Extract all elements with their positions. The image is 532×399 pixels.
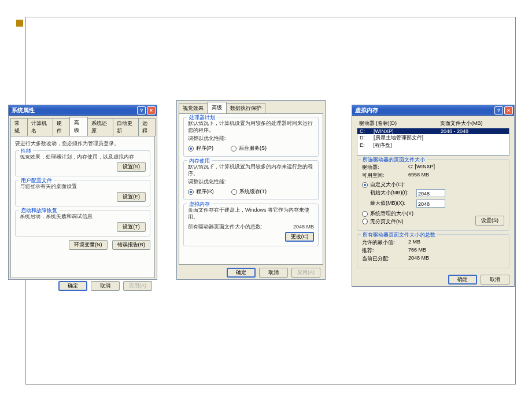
tab-dep[interactable]: 数据执行保护: [226, 103, 265, 113]
radio-custom-size[interactable]: 自定义大小(C):: [362, 181, 405, 189]
performance-group: 性能 视觉效果，处理器计划，内存使用，以及虚拟内存 设置(S): [15, 150, 150, 177]
tab-remote[interactable]: 远程: [138, 118, 156, 136]
ok-button[interactable]: 确定: [227, 268, 256, 278]
cell-drive: C: [WINXP]: [360, 128, 441, 134]
tab-general[interactable]: 常规: [10, 118, 28, 136]
group-title: 性能: [19, 147, 33, 155]
help-button[interactable]: ?: [494, 106, 503, 114]
apply-button[interactable]: 应用(A): [123, 281, 152, 291]
tabs: 常规 计算机名 硬件 高级 系统还原 自动更新 远程: [9, 116, 157, 136]
performance-options-dialog: 视觉效果 高级 数据执行保护 处理器计划 默认情况下，计算机设置为用较多的处理器…: [176, 100, 326, 280]
tab-hardware[interactable]: 硬件: [53, 118, 70, 136]
error-report-button[interactable]: 错误报告(R): [112, 240, 151, 250]
startup-settings-button[interactable]: 设置(T): [117, 222, 146, 232]
tab-body: 处理器计划 默认情况下，计算机设置为用较多的处理器时间来运行您的程序。 调整以优…: [179, 113, 323, 265]
vm-desc: 页面文件存在于硬盘上，Windows 将它作为内存来使用。: [188, 207, 314, 220]
group-title: 用户配置文件: [19, 177, 54, 184]
tabs: 视觉效果 高级 数据执行保护: [177, 101, 325, 113]
group-title: 虚拟内存: [187, 201, 212, 208]
ok-button[interactable]: 确定: [448, 275, 477, 285]
tab-body: 要进行大多数改动，您必须作为管理员登录。 性能 视觉效果，处理器计划，内存使用，…: [10, 136, 155, 278]
tab-system-restore[interactable]: 系统还原: [87, 118, 113, 136]
group-title: 处理器计划: [187, 114, 217, 121]
cancel-button[interactable]: 取消: [481, 275, 509, 285]
cur-value: 2048 MB: [408, 255, 429, 263]
close-button[interactable]: ×: [504, 106, 513, 114]
max-size-input[interactable]: 2048: [416, 200, 445, 208]
ok-button[interactable]: 确定: [58, 281, 87, 291]
radio-system-managed[interactable]: 系统管理的大小(Y): [362, 210, 413, 217]
perf-desc: 视觉效果，处理器计划，内存使用，以及虚拟内存: [20, 154, 146, 161]
label: 后台服务(S): [239, 145, 267, 152]
label: 系统管理的大小(Y): [370, 210, 413, 217]
help-button[interactable]: ?: [137, 106, 146, 114]
change-button[interactable]: 更改(C): [285, 232, 314, 242]
selected-drive-group: 所选驱动器的页面文件大小 驱动器:C: [WINXP] 可用空间:6958 MB…: [357, 159, 509, 231]
bullet-marker: [16, 20, 23, 27]
col-pagefile: 页面文件大小(MB): [440, 120, 507, 127]
env-vars-button[interactable]: 环境变量(N): [69, 240, 108, 250]
dialog-body: 驱动器 [卷标](D) 页面文件大小(MB) C: [WINXP] 2048 -…: [352, 116, 514, 272]
sched-desc: 默认情况下，计算机设置为用较多的处理器时间来运行您的程序。: [188, 120, 314, 134]
startup-group: 启动和故障恢复 系统启动，系统失败和调试信息 设置(T): [15, 210, 150, 237]
sched-adjust: 调整以优化性能:: [188, 135, 314, 142]
profile-settings-button[interactable]: 设置(E): [117, 192, 146, 202]
rec-value: 766 MB: [408, 247, 426, 254]
cancel-button[interactable]: 取消: [259, 268, 288, 278]
dialog-buttons: 确定 取消 应用(A): [177, 265, 325, 280]
apply-button[interactable]: 应用(A): [291, 268, 320, 278]
radio-background[interactable]: 后台服务(S): [231, 145, 267, 152]
col-drive: 驱动器 [卷标](D): [359, 120, 440, 127]
cur-label: 当前已分配:: [362, 255, 408, 263]
cell-size: [441, 142, 507, 149]
list-item[interactable]: E: [程序盘]: [357, 142, 509, 149]
cell-size: [441, 134, 507, 142]
radio-syscache[interactable]: 系统缓存(T): [231, 188, 267, 195]
free-label: 可用空间:: [362, 172, 408, 179]
dialog-buttons: 确定 取消: [352, 272, 514, 287]
set-button[interactable]: 设置(S): [475, 216, 504, 226]
init-label: 初始大小(MB)(I):: [370, 189, 416, 197]
title-text: 虚拟内存: [355, 106, 378, 114]
drive-list[interactable]: C: [WINXP] 2048 - 2048 D: [房屋土地管理部文件] E:…: [357, 128, 509, 156]
close-button[interactable]: ×: [147, 106, 156, 114]
rec-label: 推荐:: [362, 247, 408, 254]
titlebar: 系统属性 ? ×: [9, 105, 157, 116]
radio-programs[interactable]: 程序(P): [188, 145, 213, 152]
list-item[interactable]: D: [房屋土地管理部文件]: [357, 134, 509, 142]
group-title: 所有驱动器页面文件大小的总数: [361, 231, 437, 239]
tab-advanced[interactable]: 高级: [207, 102, 227, 113]
perf-settings-button[interactable]: 设置(S): [117, 162, 146, 172]
list-header: 驱动器 [卷标](D) 页面文件大小(MB): [357, 119, 509, 128]
tab-visual-effects[interactable]: 视觉效果: [179, 103, 208, 113]
radio-no-pagefile[interactable]: 无分页文件(N): [362, 218, 404, 226]
user-profile-group: 用户配置文件 与您登录有关的桌面设置 设置(E): [15, 180, 150, 206]
max-label: 最大值(MB)(X):: [370, 200, 416, 208]
label: 无分页文件(N): [370, 218, 404, 226]
virtual-memory-dialog: 虚拟内存 ? × 驱动器 [卷标](D) 页面文件大小(MB) C: [WINX…: [352, 105, 515, 287]
group-title: 启动和故障恢复: [19, 207, 59, 215]
cancel-button[interactable]: 取消: [91, 281, 120, 291]
system-properties-dialog: 系统属性 ? × 常规 计算机名 硬件 高级 系统还原 自动更新 远程 要进行大…: [8, 105, 157, 280]
cell-drive: D: [房屋土地管理部文件]: [360, 134, 441, 142]
vm-total-value: 2048 MB: [293, 224, 314, 231]
label: 程序(R): [196, 188, 214, 195]
tab-computer-name[interactable]: 计算机名: [27, 118, 53, 136]
tab-auto-update[interactable]: 自动更新: [113, 118, 139, 136]
title-text: 系统属性: [12, 106, 35, 114]
vm-total-label: 所有驱动器页面文件大小的总数:: [188, 224, 263, 231]
cell-drive: E: [程序盘]: [360, 142, 441, 149]
mem-adjust: 调整以优化性能:: [188, 179, 314, 186]
initial-size-input[interactable]: 2048: [416, 189, 445, 197]
scheduler-group: 处理器计划 默认情况下，计算机设置为用较多的处理器时间来运行您的程序。 调整以优…: [183, 117, 319, 157]
min-label: 允许的最小值:: [362, 239, 408, 246]
radio-programs-mem[interactable]: 程序(R): [188, 188, 214, 195]
label: 自定义大小(C):: [370, 181, 405, 189]
mem-desc: 默认情况下，计算机设置为用较多的内存来运行您的程序。: [188, 164, 314, 177]
tab-advanced[interactable]: 高级: [69, 117, 88, 136]
memory-group: 内存使用 默认情况下，计算机设置为用较多的内存来运行您的程序。 调整以优化性能:…: [183, 160, 319, 200]
list-item[interactable]: C: [WINXP] 2048 - 2048: [357, 128, 509, 134]
label: 系统缓存(T): [239, 188, 267, 195]
group-title: 所选驱动器的页面文件大小: [361, 156, 427, 164]
intro-text: 要进行大多数改动，您必须作为管理员登录。: [15, 141, 150, 147]
